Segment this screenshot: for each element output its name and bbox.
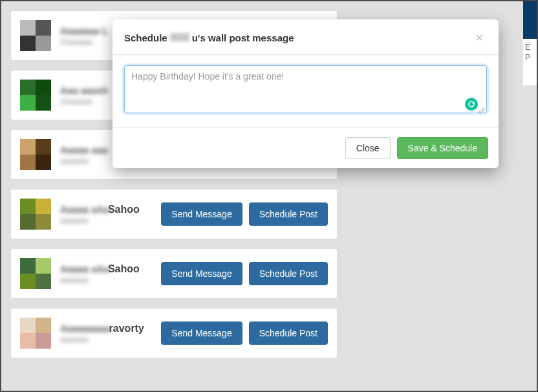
close-button[interactable]: Close — [345, 137, 391, 159]
list-item-name-blur: Aaaaa aaa — [60, 144, 107, 155]
close-icon[interactable]: × — [471, 30, 487, 45]
list-item-info: Aaaaa aAaSahoo aaaaaa — [60, 204, 152, 225]
avatar — [20, 199, 51, 230]
send-message-button[interactable]: Send Message — [161, 262, 242, 285]
save-schedule-button[interactable]: Save & Schedule — [397, 137, 488, 159]
schedule-post-button[interactable]: Schedule Post — [249, 321, 328, 345]
modal-body — [113, 55, 499, 128]
list-item-info: Aaaaa aAaSahoo aaaaaa — [60, 263, 152, 285]
right-side-widget: E P — [522, 1, 537, 85]
modal-header: Schedule u's wall post message × — [113, 19, 499, 55]
schedule-post-button[interactable]: Schedule Post — [249, 202, 328, 226]
avatar — [20, 20, 51, 51]
list-item-sub: aaaaaa — [60, 334, 152, 344]
list-item: Aaaaa aAaSahoo aaaaaa Send Message Sched… — [10, 248, 338, 299]
schedule-modal: Schedule u's wall post message × Close S… — [113, 19, 499, 168]
avatar — [20, 80, 51, 111]
avatar — [20, 139, 51, 170]
right-panel-text: E P — [523, 39, 537, 67]
message-textarea[interactable] — [124, 65, 487, 113]
right-panel-header — [523, 1, 537, 39]
list-item-name-suffix: Sahoo — [108, 204, 140, 215]
list-item-info: Aaaaaaaaaravorty aaaaaa — [60, 323, 152, 344]
avatar — [20, 258, 51, 289]
list-item-name-suffix: ravorty — [109, 323, 144, 334]
send-message-button[interactable]: Send Message — [161, 202, 242, 226]
list-item-name-blur: Aaaaaaaaa — [60, 323, 111, 334]
list-item-name-suffix: Sahoo — [108, 263, 140, 274]
modal-footer: Close Save & Schedule — [113, 128, 499, 168]
list-item-name-blur: Aaa aaash — [60, 85, 108, 96]
list-item-name-blur: Aaaaaaa L — [60, 25, 108, 36]
list-item-sub: aaaaaa — [60, 215, 152, 225]
modal-title: Schedule u's wall post message — [124, 32, 294, 43]
send-message-button[interactable]: Send Message — [161, 321, 242, 345]
list-item-name-blur: Aaaaa aAa — [60, 263, 109, 274]
list-item-name-blur: Aaaaa aAa — [60, 204, 109, 215]
avatar — [20, 318, 51, 349]
list-item-sub: aaaaaa — [60, 275, 152, 285]
grammarly-icon[interactable] — [465, 98, 478, 111]
schedule-post-button[interactable]: Schedule Post — [249, 262, 328, 285]
modal-title-prefix: Schedule — [124, 32, 167, 43]
list-item: Aaaaaaaaaravorty aaaaaa Send Message Sch… — [10, 308, 338, 358]
modal-title-suffix: u's wall post message — [192, 32, 294, 43]
list-item: Aaaaa aAaSahoo aaaaaa Send Message Sched… — [10, 189, 338, 239]
modal-title-name-blur — [170, 33, 189, 41]
